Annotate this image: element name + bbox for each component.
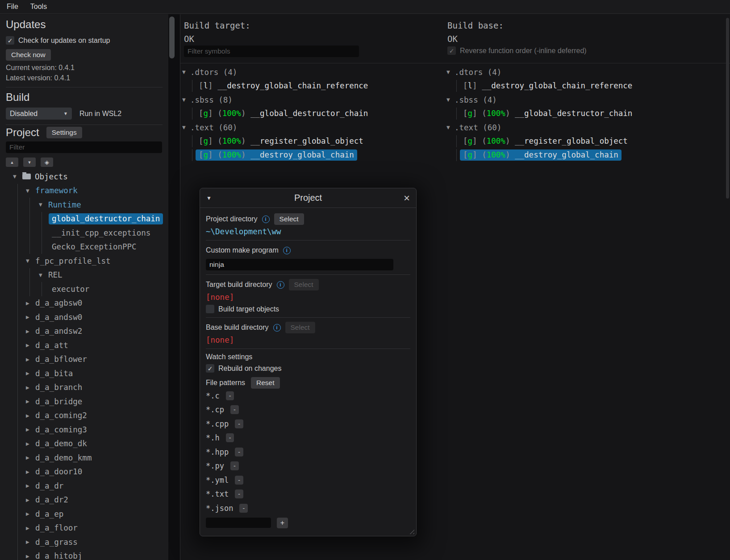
check-updates-checkbox-row[interactable]: ✓ Check for updates on startup [6,36,168,45]
info-icon[interactable]: i [283,247,291,254]
symbol-entry[interactable]: [g] (100%) __global_destructor_chain [196,108,371,119]
chevron-down-icon[interactable]: ▼ [182,125,190,130]
tree-item-label[interactable]: d_a_andsw0 [35,313,82,322]
resize-handle-icon[interactable] [408,527,414,534]
tree-item[interactable]: ▶d_a_andsw2 [6,324,168,339]
chevron-right-icon[interactable]: ▶ [26,526,35,531]
main-scrollbar-thumb[interactable] [726,18,729,199]
chevron-right-icon[interactable]: ▶ [26,315,35,319]
symbol-entry[interactable]: [g] (100%) __register_global_object [460,136,631,147]
info-icon[interactable]: i [277,281,284,289]
symbol-entry[interactable]: [l] __destroy_global_chain_reference [196,80,371,91]
tree-item-label[interactable]: Objects [35,172,68,181]
chevron-down-icon[interactable]: ▼ [39,202,48,207]
chevron-down-icon[interactable]: ▼ [182,97,190,102]
symbol-entry[interactable]: [g] (100%) __destroy_global_chain [196,149,357,161]
menu-file[interactable]: File [7,3,18,11]
tree-item-label[interactable]: d_a_bridge [35,397,82,406]
symbol-row[interactable]: [g] (100%) __register_global_object [182,134,446,148]
tree-item[interactable]: ▶d_a_ep [6,507,168,521]
tree-item-label[interactable]: d_a_andsw2 [35,327,82,336]
chevron-down-icon[interactable]: ▼ [182,70,190,75]
chevron-right-icon[interactable]: ▶ [26,441,35,446]
chevron-right-icon[interactable]: ▶ [26,539,35,544]
tree-item-label[interactable]: d_a_dr2 [35,495,68,504]
tree-item[interactable]: ▼Objects [6,170,168,184]
tree-item[interactable]: ▶d_a_bflower [6,353,168,367]
tree-item-label[interactable]: d_a_att [35,341,68,350]
check-updates-checkbox[interactable]: ✓ [6,36,14,45]
target-build-dir-select-button[interactable]: Select [289,279,319,290]
chevron-down-icon[interactable]: ▼ [39,273,48,278]
tree-item[interactable]: ▶d_a_att [6,338,168,353]
tree-item[interactable]: global_destructor_chain [6,212,168,226]
tree-item-label[interactable]: d_a_agbsw0 [35,299,82,307]
chevron-right-icon[interactable]: ▶ [26,483,35,488]
remove-pattern-button[interactable]: - [239,504,248,513]
symbol-entry[interactable]: [g] (100%) __register_global_object [196,136,367,147]
tree-item[interactable]: __init_cpp_exceptions [6,226,168,240]
symbol-entry[interactable]: [g] (100%) __destroy_global_chain [460,149,622,161]
dialog-header[interactable]: ▼ Project × [200,188,416,208]
symbol-row[interactable]: [g] (100%) __register_global_object [446,134,710,148]
tree-item[interactable]: ▶d_a_bita [6,366,168,381]
tree-item-label[interactable]: d_a_door10 [35,467,82,476]
remove-pattern-button[interactable]: - [235,419,243,428]
chevron-right-icon[interactable]: ▶ [26,554,35,559]
tree-item-label[interactable]: d_a_grass [35,538,78,547]
chevron-right-icon[interactable]: ▶ [26,511,35,516]
project-filter-input[interactable] [6,141,162,153]
chevron-right-icon[interactable]: ▶ [26,385,35,390]
tree-item[interactable]: ▶d_a_andsw0 [6,310,168,324]
symbol-row[interactable]: [l] __destroy_global_chain_reference [182,79,446,93]
tree-item-label[interactable]: d_a_branch [35,383,82,392]
project-directory-select-button[interactable]: Select [274,213,304,225]
tree-item-label[interactable]: d_a_coming2 [35,411,87,420]
tree-item[interactable]: ▶d_a_hitobj [6,549,168,560]
tree-item-label[interactable]: d_a_bflower [35,355,87,364]
chevron-down-icon[interactable]: ▼ [446,70,455,75]
chevron-right-icon[interactable]: ▶ [26,455,35,460]
tree-item-label[interactable]: d_a_bita [35,369,73,378]
build-target-objects-checkbox[interactable] [206,305,214,313]
tree-item[interactable]: ▶d_a_coming3 [6,423,168,437]
project-settings-button[interactable]: Settings [46,127,82,138]
info-icon[interactable]: i [273,324,281,332]
tree-item[interactable]: ▶d_a_demo_dk [6,437,168,451]
section-header[interactable]: ▼.dtors (4) [446,65,710,79]
tree-item[interactable]: ▶d_a_dr2 [6,493,168,507]
sidebar-scrollbar-thumb[interactable] [169,17,175,58]
tree-item[interactable]: ▶d_a_coming2 [6,409,168,423]
tree-item-label[interactable]: Runtime [48,200,81,209]
expand-all-button[interactable]: ▼ [23,158,36,167]
base-build-dir-select-button[interactable]: Select [285,322,315,333]
tree-item[interactable]: ▼framework [6,184,168,198]
chevron-down-icon[interactable]: ▼ [446,97,455,102]
tree-item-label[interactable]: f_pc_profile_lst [35,257,111,265]
info-icon[interactable]: i [262,216,270,223]
symbol-entry[interactable]: [l] __destroy_global_chain_reference [460,80,635,91]
chevron-right-icon[interactable]: ▶ [26,371,35,376]
symbol-row[interactable]: [g] (100%) __global_destructor_chain [182,107,446,120]
remove-pattern-button[interactable]: - [235,476,243,485]
section-header[interactable]: ▼.text (60) [446,120,710,134]
symbol-entry[interactable]: [g] (100%) __global_destructor_chain [460,108,635,119]
tree-item[interactable]: ▼Runtime [6,198,168,212]
symbol-row[interactable]: [g] (100%) __global_destructor_chain [446,107,710,120]
section-header[interactable]: ▼.sbss (8) [182,93,446,107]
tree-item-label[interactable]: d_a_hitobj [35,552,82,560]
chevron-right-icon[interactable]: ▶ [26,329,35,334]
tree-item[interactable]: ▶d_a_grass [6,535,168,549]
tree-item[interactable]: ▶d_a_dr [6,479,168,493]
rebuild-on-changes-checkbox[interactable]: ✓ [206,364,214,373]
tree-item[interactable]: ▼REL [6,268,168,282]
tree-item-label[interactable]: d_a_demo_dk [35,439,87,448]
tree-item-label[interactable]: __init_cpp_exceptions [52,228,150,237]
menu-tools[interactable]: Tools [30,3,47,11]
chevron-down-icon[interactable]: ▼ [446,125,455,130]
remove-pattern-button[interactable]: - [235,489,243,498]
remove-pattern-button[interactable]: - [226,391,234,400]
reverse-order-checkbox[interactable]: ✓ [447,46,456,55]
tree-item[interactable]: ▶d_a_floor [6,521,168,535]
tree-item-label[interactable]: global_destructor_chain [49,213,163,224]
